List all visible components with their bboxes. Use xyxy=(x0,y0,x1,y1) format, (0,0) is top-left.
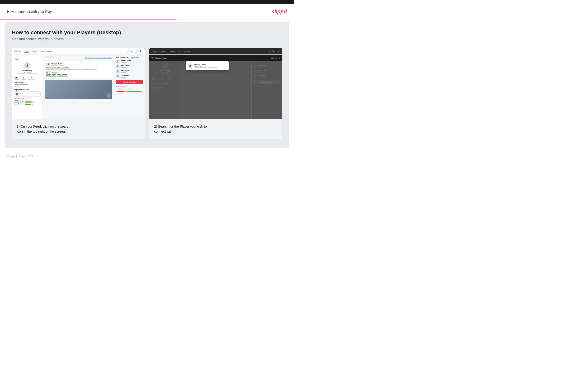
caption-1-text: 1) On your Feed, click on the searchicon… xyxy=(17,124,140,134)
stat-bars: OTT 79 APP 70 xyxy=(20,101,34,106)
mini-stats-row: 129 Activities 3 Followers 4 Following xyxy=(14,77,41,80)
header: How to connect with your Players clippd xyxy=(0,4,294,19)
search-magnifier-icon: 🔍 xyxy=(151,57,154,59)
top-bar xyxy=(0,0,294,4)
player-name-2: Piers Parnell xyxy=(121,65,130,66)
activity-card: 👤 Richard Butler Yesterday - The Grove P… xyxy=(45,61,112,78)
search-icon-2[interactable]: ⌕ xyxy=(268,50,271,53)
player-acts-2: Activities: 4 xyxy=(121,66,130,68)
brand-logo: clippd xyxy=(272,9,287,15)
activity-title: Pre Tournament Course Walk xyxy=(46,67,110,69)
main-content-area: How to connect with your Players (Deskto… xyxy=(5,22,289,148)
mini-nav-myperformance-2: My Performance xyxy=(178,50,191,52)
player-selector[interactable]: 👤 Eli Vincent ▼ xyxy=(14,91,41,97)
latest-activity-label: Latest Activity xyxy=(14,82,41,83)
player-item-3: 👤 Hiral Pujara Activities: 3 xyxy=(116,69,143,73)
activity-person-avatar: 👤 xyxy=(46,63,50,66)
profile-name: Blair McHarg xyxy=(22,70,32,72)
player-item-1: 👤 Richard Butler Activities: 7 xyxy=(116,59,143,63)
player-name-1: Richard Butler xyxy=(121,60,131,62)
footer: Copyright Clippd 2022 xyxy=(0,151,294,161)
main-heading: How to connect with your Players (Deskto… xyxy=(12,29,282,36)
followers-num: 3 xyxy=(21,77,26,79)
page-title: How to connect with your Players xyxy=(7,10,56,14)
search-result-item[interactable]: 👤 Marcus Turner 1.5 Handicap Cypress Poi… xyxy=(188,63,227,68)
caption-2-text: 2) Search for the Player you wish toconn… xyxy=(154,124,277,134)
activity-card-header: 👤 Richard Butler Yesterday - The Grove xyxy=(46,63,110,66)
copyright-text: Copyright Clippd 2022 xyxy=(7,155,33,158)
activity-tags: OTT APP ARG PUTT xyxy=(46,74,110,77)
player-acts-3: Activities: 3 xyxy=(121,72,129,73)
most-active-title: Most Active Players - Last 30 days xyxy=(116,56,143,58)
player-name-3: Hiral Pujara xyxy=(121,70,129,72)
follow-row: Following ▼ Control who can see your act… xyxy=(45,56,112,59)
mini-feed-layout: Feed 👤 Blair McHarg Golf Coach Mill Ride… xyxy=(12,55,145,119)
mini-logo: clippd xyxy=(14,50,21,53)
player-name-4: Eli Vincent xyxy=(121,75,129,77)
caption-2: 2) Search for the Player you wish toconn… xyxy=(149,119,282,139)
header-divider xyxy=(0,19,294,19)
following-button[interactable]: Following ▼ xyxy=(45,56,55,59)
heatmap-orange xyxy=(124,91,128,92)
heatmap-green xyxy=(128,91,141,92)
mini-right-panel: Most Active Players - Last 30 days 👤 Ric… xyxy=(114,55,145,119)
tag-arg: ARG xyxy=(57,74,61,77)
player-avatar-1: 👤 xyxy=(116,59,120,63)
profile-club: Mill Ride Golf Club, United Kingdom xyxy=(17,73,38,74)
latest-activity-date: 27 Jul 2022 xyxy=(14,85,41,87)
activity-photo xyxy=(45,80,112,99)
tag-putt: PUTT xyxy=(62,74,67,77)
player-avatar-3: 👤 xyxy=(116,69,120,73)
search-bar-overlay: 🔍 Marcus Turner CLEAR ✕ xyxy=(149,55,282,61)
settings-icon[interactable]: ⛭ xyxy=(135,50,138,53)
activity-person-name: Richard Butler xyxy=(51,63,64,65)
mini-nav-home: Home xyxy=(24,50,29,53)
duration-value: 02 hr : 00 min xyxy=(46,72,110,74)
logo-text: clippd xyxy=(272,9,287,15)
activities-num: 129 xyxy=(14,77,19,79)
profile-icon[interactable]: ● xyxy=(130,50,133,53)
activities-label: Activities xyxy=(14,79,19,80)
mini-nav-icons: ⌕ ● ⛭ 👤 xyxy=(126,50,142,53)
dropdown-arrow-icon: ▼ xyxy=(38,93,39,95)
search-clear-button[interactable]: CLEAR xyxy=(271,57,277,59)
player-perf-title: Player Performance xyxy=(14,89,41,90)
search-result-club: Cypress Point Club, United Kingdom xyxy=(194,67,217,68)
caption-1: 1) On your Feed, click on the searchicon… xyxy=(12,119,145,139)
search-icon[interactable]: ⌕ xyxy=(126,50,129,53)
heatmap-red xyxy=(117,91,124,92)
player-avatar-4: 👤 xyxy=(116,74,120,78)
screenshot-panel-2: clippd Home Teams My Performance ⌕ ● ⛭ F… xyxy=(149,48,282,139)
player-item-4: 👤 Eli Vincent Activities: 1 xyxy=(116,74,143,78)
heatmap-bar xyxy=(117,91,141,92)
mini-nav-teams: Teams xyxy=(32,50,37,52)
feed-tab: Feed xyxy=(14,58,18,60)
mini-nav-home-2: Home xyxy=(161,50,166,52)
search-input-display[interactable]: Marcus Turner xyxy=(155,57,270,59)
user-avatar-icon[interactable]: 👤 xyxy=(139,50,142,53)
search-close-icon[interactable]: ✕ xyxy=(278,57,280,59)
mini-latest-activity: Latest Activity Afternoon round of golf … xyxy=(14,82,41,87)
mini-nav-teams-2: Teams xyxy=(170,50,175,52)
followers-label: Followers xyxy=(21,79,26,80)
activity-desc: Walking the course with my coach to buil… xyxy=(46,69,110,70)
control-link[interactable]: Control who can see your activity and da… xyxy=(85,57,112,58)
player-acts-4: Activities: 1 xyxy=(121,77,129,78)
mini-app-2: clippd Home Teams My Performance ⌕ ● ⛭ F… xyxy=(149,48,282,119)
profile-icon-2[interactable]: ● xyxy=(272,50,275,53)
followers-stat: 3 Followers xyxy=(21,77,26,80)
mini-sidebar: Feed 👤 Blair McHarg Golf Coach Mill Ride… xyxy=(12,55,43,119)
team-dashboard-button[interactable]: Team Dashboard xyxy=(116,80,143,84)
selected-player-avatar: 👤 xyxy=(15,92,19,96)
mini-player-perf: Player Performance 👤 Eli Vincent ▼ Total… xyxy=(14,89,41,106)
tag-ott: OTT xyxy=(46,74,51,77)
following-stat: 4 Following xyxy=(28,77,34,80)
selected-player-name: Eli Vincent xyxy=(20,93,37,95)
search-result-name: Marcus Turner xyxy=(194,63,217,65)
main-subheading: Find and connect with your Players xyxy=(12,37,282,41)
activity-person-subtitle: Yesterday - The Grove xyxy=(51,65,64,66)
screenshot-panel-1: clippd Home Teams My Performance ⌕ ● ⛭ 👤 xyxy=(12,48,145,139)
tpq-label: Total Player Quality xyxy=(14,97,41,99)
mini-logo-2: clippd xyxy=(152,50,158,53)
settings-icon-2[interactable]: ⛭ xyxy=(277,50,280,53)
